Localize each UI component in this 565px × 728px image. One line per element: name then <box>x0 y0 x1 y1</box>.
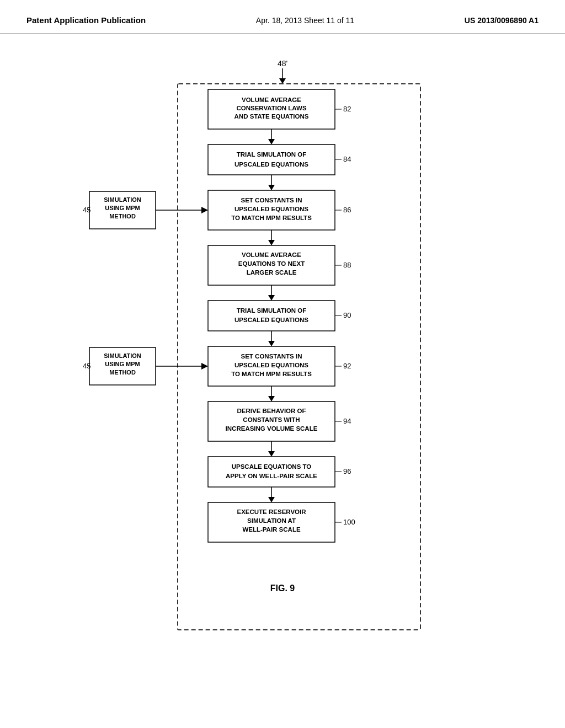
box-82-text-line3: AND STATE EQUATIONS <box>234 113 309 120</box>
ref-82-label: 82 <box>343 105 351 113</box>
box-94-text-line3: INCREASING VOLUME SCALE <box>226 425 318 432</box>
arrow-86-88-head <box>268 240 275 245</box>
side-box-2-line1: SIMULATION <box>104 352 141 359</box>
arrow-94-96-head <box>268 451 275 457</box>
arrow-90-92-head <box>268 341 275 346</box>
title-arrow-head <box>279 78 286 84</box>
box-100-text-line2: SIMULATION AT <box>247 517 296 524</box>
arrow-82-84-head <box>268 139 275 144</box>
box-90-text-line1: TRIAL SIMULATION OF <box>237 307 307 314</box>
date-sheet-label: Apr. 18, 2013 Sheet 11 of 11 <box>256 16 354 25</box>
box-84-text-line1: TRIAL SIMULATION OF <box>237 151 307 158</box>
fig-label: FIG. 9 <box>270 584 295 593</box>
box-92-text-line3: TO MATCH MPM RESULTS <box>231 371 312 377</box>
flowchart-diagram: 48' VOLUME AVERAGE CONSERVATION LAWS AND… <box>67 51 498 657</box>
box-86-text-line1: SET CONSTANTS IN <box>241 197 302 204</box>
ref-86-label: 86 <box>343 206 351 214</box>
box-86-text-line2: UPSCALED EQUATIONS <box>234 206 308 212</box>
ref-45b-label: 45 <box>83 362 90 370</box>
box-96-text-line1: UPSCALE EQUATIONS TO <box>232 463 312 470</box>
box-88-text-line2: EQUATIONS TO NEXT <box>238 260 305 267</box>
side-box-1-line1: SIMULATION <box>104 196 141 203</box>
side-box-2-line3: METHOD <box>109 369 136 376</box>
side-box-2-line2: USING MPM <box>105 361 140 367</box>
ref-100-label: 100 <box>343 518 355 526</box>
box-84-rect <box>208 144 335 175</box>
ref-96-label: 96 <box>343 467 351 475</box>
publication-label: Patent Application Publication <box>26 15 146 25</box>
side1-arrow-head <box>201 207 208 213</box>
arrow-88-90-head <box>268 295 275 301</box>
box-90-text-line2: UPSCALED EQUATIONS <box>234 317 308 323</box>
box-96-rect <box>208 457 335 487</box>
box-92-text-line1: SET CONSTANTS IN <box>241 353 302 360</box>
side-box-1-line2: USING MPM <box>105 205 140 211</box>
ref-94-label: 94 <box>343 417 351 425</box>
box-88-text-line3: LARGER SCALE <box>247 269 297 276</box>
box-88-text-line1: VOLUME AVERAGE <box>242 251 301 258</box>
ref-92-label: 92 <box>343 362 351 370</box>
box-100-text-line1: EXECUTE RESERVOIR <box>237 508 306 515</box>
ref-88-label: 88 <box>343 261 351 269</box>
page-header: Patent Application Publication Apr. 18, … <box>0 0 565 34</box>
arrow-92-94-head <box>268 396 275 402</box>
main-content: 48' VOLUME AVERAGE CONSERVATION LAWS AND… <box>0 34 565 679</box>
box-92-text-line2: UPSCALED EQUATIONS <box>234 362 308 368</box>
box-82-text-line2: CONSERVATION LAWS <box>236 105 306 111</box>
ref-45a-label: 45 <box>83 206 90 214</box>
side-box-1-line3: METHOD <box>109 213 136 220</box>
box-100-text-line3: WELL-PAIR SCALE <box>242 526 301 533</box>
arrow-96-100-head <box>268 497 275 502</box>
arrow-84-86-head <box>268 185 275 190</box>
patent-number-label: US 2013/0096890 A1 <box>465 16 539 25</box>
side2-arrow-head <box>201 363 208 370</box>
ref-84-label: 84 <box>343 155 351 163</box>
box-94-text-line1: DERIVE BEHAVIOR OF <box>237 408 306 414</box>
ref-90-label: 90 <box>343 311 351 319</box>
box-96-text-line2: APPLY ON WELL-PAIR SCALE <box>226 473 317 479</box>
box-84-text-line2: UPSCALED EQUATIONS <box>234 161 308 168</box>
box-82-text-line1: VOLUME AVERAGE <box>242 97 301 103</box>
box-90-rect <box>208 301 335 331</box>
box-94-text-line2: CONSTANTS WITH <box>243 416 300 423</box>
box-86-text-line3: TO MATCH MPM RESULTS <box>231 215 312 221</box>
title-ref-label: 48' <box>278 59 287 68</box>
